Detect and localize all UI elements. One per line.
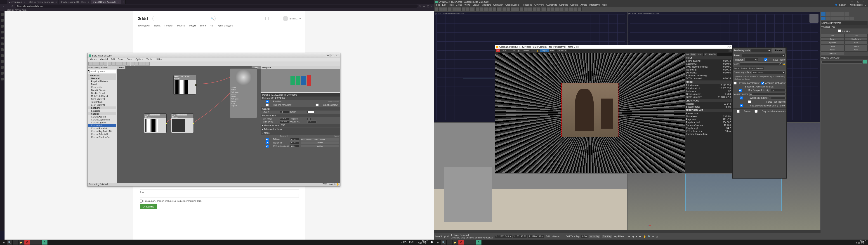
warps-tab[interactable] — [845, 17, 849, 20]
time-input[interactable]: 0:00 — [581, 235, 587, 238]
toolbar-button[interactable] — [493, 7, 497, 11]
sphere-button[interactable]: Sphere — [821, 37, 844, 41]
sidebar-icon[interactable] — [1, 66, 4, 69]
task-opera[interactable]: O — [458, 240, 464, 245]
menu-tools[interactable]: Tools — [447, 4, 454, 7]
toolbar-button[interactable] — [555, 7, 559, 11]
autogrid-checkbox[interactable] — [838, 29, 841, 32]
playback-icon[interactable]: ⏭ — [639, 235, 642, 238]
tube-button[interactable]: Tube — [844, 41, 868, 44]
nav-icon[interactable]: ✋ — [643, 235, 646, 238]
toolbar-button[interactable] — [470, 7, 474, 11]
task-explorer[interactable]: 📁 — [453, 240, 458, 245]
plane-button[interactable]: Plane — [844, 48, 868, 52]
menu-help[interactable]: Help — [601, 4, 608, 7]
user-menu[interactable]: archim... ▾ — [283, 16, 301, 21]
task-3dsmax[interactable]: 3 — [42, 240, 48, 245]
playback-icon[interactable]: ⏮ — [628, 235, 630, 238]
playback-icon[interactable]: ▶ — [636, 235, 638, 238]
tab-configurator[interactable]: Конфигуратор ПК - Perc× — [59, 0, 91, 4]
viewcube[interactable] — [809, 14, 818, 23]
nav-icon[interactable]: ⊕ ⊖ ⊡ ✋ — [329, 183, 339, 186]
nav-exchange[interactable]: Биржа — [154, 24, 160, 27]
toolbar-button[interactable] — [573, 7, 577, 11]
task-explorer[interactable]: 📁 — [19, 240, 24, 245]
menu-scripting[interactable]: Scripting — [558, 4, 569, 7]
toolbar-button[interactable] — [88, 62, 92, 65]
render-region[interactable] — [561, 83, 618, 137]
maximize-icon[interactable]: ▢ — [330, 54, 334, 57]
signin-button[interactable]: 👤 Sign In — [834, 4, 848, 7]
force-path-checkbox[interactable] — [734, 100, 766, 103]
menu-modifiers[interactable]: Modifiers — [481, 4, 492, 7]
tree-item-selected[interactable]: CoronaMtl — [88, 124, 116, 127]
shapes-tab[interactable] — [826, 17, 830, 20]
menu-options[interactable]: Options — [134, 58, 145, 61]
cylinder-button[interactable]: Cylinder — [821, 41, 844, 44]
close-icon[interactable]: × — [335, 54, 339, 57]
toolbar-button[interactable] — [546, 7, 550, 11]
enable-checkbox[interactable] — [734, 110, 743, 113]
nav-blogs[interactable]: Блоги — [200, 24, 206, 27]
modify-tab[interactable] — [826, 12, 830, 16]
toolbar-button[interactable] — [138, 62, 142, 65]
toolbar-button[interactable] — [457, 7, 461, 11]
tree-item[interactable]: Top/Bottom — [88, 100, 116, 103]
tree-item[interactable]: CoronaPortalMtl — [88, 127, 116, 130]
maps-section[interactable]: ▾ Maps — [261, 131, 340, 135]
hierarchy-tab[interactable] — [831, 12, 835, 16]
tree-item[interactable]: CoronaSelectMtl — [88, 133, 116, 136]
sidebar-icon[interactable] — [1, 42, 4, 45]
sidebar-icon[interactable] — [1, 37, 4, 39]
toolbar-button[interactable] — [542, 7, 546, 11]
url-input[interactable] — [16, 4, 418, 8]
display-tab[interactable] — [840, 12, 844, 16]
render-button[interactable]: Render — [772, 48, 785, 53]
caustics-checkbox[interactable] — [313, 103, 322, 106]
close-icon[interactable]: × — [55, 1, 57, 3]
toolbar-button[interactable] — [537, 7, 541, 11]
pick-button[interactable]: Pick — [549, 49, 555, 52]
nav-icon[interactable]: ⟳ — [652, 235, 654, 238]
save-frame-checkbox[interactable] — [759, 58, 772, 61]
menu-customize[interactable]: Customize — [546, 4, 558, 7]
toolbar-button[interactable] — [146, 62, 150, 65]
sidebar-icon[interactable] — [1, 31, 4, 33]
maximize-icon[interactable]: ▢ — [855, 0, 861, 3]
tray-kbd[interactable]: РУС — [409, 241, 414, 244]
toolbar-button[interactable] — [480, 7, 484, 11]
toolbar-button[interactable] — [100, 62, 103, 65]
preset-dropdown[interactable] — [742, 54, 785, 57]
task-app[interactable] — [470, 240, 475, 245]
sidebar-icon[interactable] — [1, 60, 4, 63]
tree-item[interactable]: Blend — [88, 83, 116, 86]
thin-checkbox[interactable] — [263, 103, 272, 106]
bitmap-node[interactable]: Map #2130626286 Bitmap — [144, 114, 166, 133]
maximize-icon[interactable]: ▢ — [427, 5, 429, 7]
diffuse-checkbox[interactable] — [263, 138, 272, 141]
coord-z[interactable]: Z: 1790.264m — [528, 235, 544, 238]
texture-slot[interactable] — [307, 118, 311, 120]
tree-item[interactable]: Standard — [88, 110, 116, 112]
toolbar-button[interactable] — [92, 62, 96, 65]
menu-content[interactable]: Content — [569, 4, 579, 7]
sidebar-icon[interactable] — [1, 19, 4, 22]
start-button[interactable]: ⊞ — [435, 240, 440, 245]
tray-clock[interactable]: 16:4212.02.2021 — [853, 240, 867, 244]
tree-item[interactable]: XRef Material — [88, 103, 116, 106]
tree-general[interactable]: - General — [88, 77, 116, 80]
torus-button[interactable]: Torus — [821, 44, 844, 48]
toolbar-button[interactable] — [520, 7, 524, 11]
minimize-icon[interactable]: — — [849, 0, 855, 3]
target-dropdown[interactable] — [751, 49, 771, 52]
close-icon[interactable]: × — [431, 5, 432, 7]
time-slider[interactable] — [434, 230, 820, 233]
toolbar-button[interactable] — [532, 7, 536, 11]
tree-item[interactable]: CoronaLightMtl — [88, 121, 116, 124]
material-tree[interactable]: - Materials - General Physical Material … — [88, 74, 117, 183]
heart-icon[interactable] — [262, 17, 266, 20]
sidebar-icon[interactable] — [1, 78, 4, 81]
site-search[interactable]: 🔍 — [152, 16, 216, 21]
task-cortana[interactable]: ○ — [447, 240, 452, 245]
toolbar-button[interactable]: 🔒 — [535, 49, 540, 52]
